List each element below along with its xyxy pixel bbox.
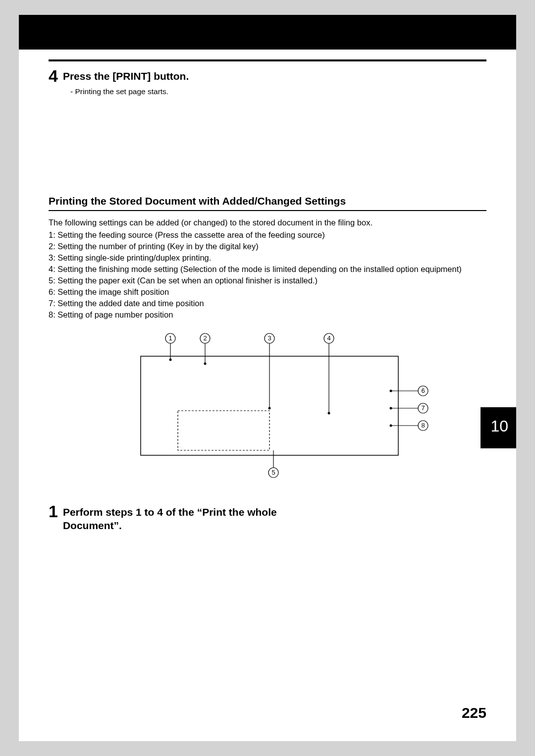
svg-point-4 (169, 359, 172, 361)
step-title: Press the [PRINT] button. (63, 67, 189, 82)
section-intro: The following settings can be added (or … (49, 218, 486, 227)
step-title: Perform steps 1 to 4 of the “Print the w… (63, 503, 279, 532)
diagram-label-2: 2 (203, 334, 207, 342)
diagram-label-8: 8 (421, 422, 425, 429)
svg-point-22 (390, 425, 392, 427)
section-heading: Printing the Stored Document with Added/… (49, 195, 486, 207)
setting-item-4: 4: Setting the finishing mode setting (S… (49, 264, 486, 275)
diagram-label-5: 5 (271, 469, 275, 476)
diagram-label-6: 6 (421, 387, 425, 394)
svg-point-19 (390, 407, 392, 410)
step-1-perform: 1 Perform steps 1 to 4 of the “Print the… (49, 503, 279, 532)
page-number: 225 (462, 704, 486, 721)
horizontal-rule-thin (49, 210, 486, 211)
svg-point-7 (204, 363, 207, 365)
setting-item-2: 2: Setting the number of printing (Key i… (49, 241, 486, 252)
callout-diagram: 1 2 3 4 6 (101, 331, 438, 480)
step-number: 4 (49, 67, 58, 84)
diagram-label-3: 3 (268, 334, 271, 342)
step-number: 1 (49, 503, 58, 520)
step-4: 4 Press the [PRINT] button. (49, 67, 486, 84)
svg-point-10 (268, 407, 271, 410)
svg-point-13 (328, 412, 330, 415)
document-page: 4 Press the [PRINT] button. - Printing t… (19, 15, 516, 741)
svg-point-16 (390, 390, 392, 392)
header-black-bar (19, 15, 516, 50)
setting-item-1: 1: Setting the feeding source (Press the… (49, 229, 486, 241)
diagram-label-1: 1 (168, 334, 172, 342)
svg-rect-1 (178, 411, 269, 450)
diagram-label-7: 7 (421, 404, 425, 412)
step-sub-item: - Printing the set page starts. (70, 87, 486, 96)
chapter-tab: 10 (481, 407, 516, 448)
setting-item-7: 7: Setting the added date and time posit… (49, 298, 486, 309)
horizontal-rule-thick (49, 59, 486, 61)
content-area: 4 Press the [PRINT] button. - Printing t… (19, 15, 516, 532)
diagram-label-4: 4 (327, 334, 330, 342)
setting-item-3: 3: Setting single-side printing/duplex p… (49, 252, 486, 264)
setting-item-5: 5: Setting the paper exit (Can be set wh… (49, 275, 486, 286)
setting-item-8: 8: Setting of page number position (49, 309, 486, 321)
setting-item-6: 6: Setting the image shift position (49, 286, 486, 298)
